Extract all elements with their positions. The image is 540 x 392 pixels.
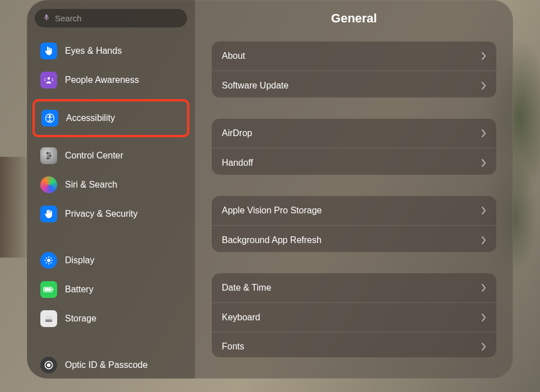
accessibility-icon [41, 110, 58, 127]
row-label: Fonts [222, 342, 244, 352]
highlight-annotation: Accessibility [32, 99, 189, 137]
sidebar-item-accessibility[interactable]: Accessibility [36, 102, 186, 134]
sidebar-item-eyes-hands[interactable]: Eyes & Hands [35, 38, 187, 64]
chevron-right-icon [482, 207, 486, 214]
chevron-right-icon [482, 82, 486, 90]
svg-rect-8 [45, 288, 52, 291]
sidebar-item-battery[interactable]: Battery [35, 276, 187, 303]
siri-icon [40, 176, 57, 193]
chevron-right-icon [482, 129, 486, 137]
sidebar-item-label: Optic ID & Passcode [65, 360, 148, 370]
battery-icon [40, 281, 57, 298]
row-vision-pro-storage[interactable]: Apple Vision Pro Storage [212, 196, 496, 225]
sidebar-item-optic-id-passcode[interactable]: Optic ID & Passcode [35, 352, 187, 379]
sidebar-item-display[interactable]: Display [35, 247, 187, 274]
sidebar-item-label: Eyes & Hands [65, 46, 122, 56]
svg-point-0 [48, 77, 50, 80]
settings-group: Date & Time Keyboard Fonts [212, 273, 496, 357]
row-label: Handoff [222, 158, 253, 168]
settings-group: AirDrop Handoff [212, 119, 496, 175]
sidebar-item-label: Display [65, 255, 94, 265]
microphone-icon [43, 13, 50, 24]
row-keyboard[interactable]: Keyboard [212, 302, 496, 332]
search-field[interactable] [35, 9, 187, 27]
sidebar-item-people-awareness[interactable]: People Awareness [35, 67, 187, 94]
storage-drive-icon [40, 310, 57, 327]
svg-point-2 [49, 115, 51, 117]
sidebar-item-label: Control Center [65, 151, 123, 161]
chevron-right-icon [482, 314, 486, 321]
row-date-time[interactable]: Date & Time [212, 273, 496, 302]
row-fonts[interactable]: Fonts [212, 332, 496, 357]
optic-id-icon [40, 357, 57, 374]
settings-group: Apple Vision Pro Storage Background App … [212, 196, 496, 252]
sidebar-item-storage[interactable]: Storage [35, 305, 187, 332]
row-label: Date & Time [222, 283, 271, 293]
chevron-right-icon [482, 284, 486, 292]
sidebar-item-privacy-security[interactable]: Privacy & Security [35, 200, 187, 227]
pointing-hand-icon [40, 43, 57, 59]
settings-group: About Software Update [212, 41, 496, 97]
svg-point-6 [47, 259, 50, 262]
chevron-right-icon [482, 343, 486, 351]
sidebar-item-label: Siri & Search [65, 180, 117, 190]
search-input[interactable] [55, 13, 179, 23]
main-panel: General About Software Update AirDrop Ha… [195, 0, 513, 379]
sidebar-item-label: Accessibility [66, 113, 115, 123]
row-label: Apple Vision Pro Storage [222, 206, 322, 216]
row-airdrop[interactable]: AirDrop [212, 119, 496, 148]
row-label: Keyboard [222, 312, 260, 323]
row-software-update[interactable]: Software Update [212, 71, 496, 97]
settings-window: Eyes & Hands People Awareness Accessibil… [27, 0, 513, 379]
row-label: Software Update [222, 81, 288, 91]
row-handoff[interactable]: Handoff [212, 148, 496, 175]
chevron-right-icon [482, 52, 486, 60]
row-background-app-refresh[interactable]: Background App Refresh [212, 225, 496, 252]
sidebar-item-label: Storage [65, 314, 96, 324]
svg-point-4 [49, 155, 51, 157]
chevron-right-icon [482, 236, 486, 244]
sidebar-item-label: Privacy & Security [65, 209, 138, 219]
svg-point-13 [48, 364, 50, 367]
privacy-hand-icon [40, 206, 57, 222]
svg-point-11 [50, 320, 52, 321]
row-label: About [222, 51, 245, 61]
svg-point-5 [47, 157, 49, 159]
sidebar-item-label: People Awareness [65, 75, 139, 85]
row-label: Background App Refresh [222, 235, 322, 245]
chevron-right-icon [482, 159, 486, 167]
sidebar: Eyes & Hands People Awareness Accessibil… [27, 0, 195, 379]
row-about[interactable]: About [212, 41, 496, 71]
display-brightness-icon [40, 252, 57, 269]
people-awareness-icon [40, 72, 57, 88]
svg-point-3 [46, 152, 48, 154]
page-title: General [212, 11, 496, 26]
sidebar-item-label: Battery [65, 284, 94, 295]
sidebar-item-control-center[interactable]: Control Center [35, 143, 187, 170]
row-label: AirDrop [222, 128, 252, 138]
sidebar-item-siri-search[interactable]: Siri & Search [35, 171, 187, 198]
control-center-icon [40, 147, 57, 164]
svg-rect-9 [53, 288, 54, 290]
